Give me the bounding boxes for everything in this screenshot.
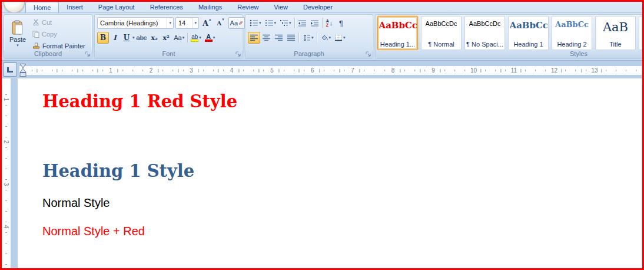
tab-page-layout[interactable]: Page Layout bbox=[91, 2, 142, 12]
ribbon-tabs: HomeInsertPage LayoutReferencesMailingsR… bbox=[25, 2, 340, 12]
change-case-button[interactable]: Aa▾ bbox=[172, 32, 186, 44]
subscript-button[interactable]: x₂ bbox=[148, 32, 160, 44]
shrink-arrow-icon: ▾ bbox=[222, 18, 224, 21]
style-name: ¶ Normal bbox=[428, 41, 454, 48]
text-highlight-color-button[interactable]: ab ▾ bbox=[189, 32, 203, 44]
align-right-icon bbox=[274, 34, 283, 41]
tab-insert[interactable]: Insert bbox=[59, 2, 91, 12]
font-dialog-launcher-icon[interactable] bbox=[235, 51, 241, 57]
bullets-button[interactable]: ▾ bbox=[248, 17, 263, 29]
cut-button[interactable]: Cut bbox=[32, 17, 52, 28]
style-item-4[interactable]: AaBbCcHeading 2 bbox=[552, 16, 592, 50]
align-center-button[interactable] bbox=[260, 32, 273, 44]
justify-button[interactable] bbox=[285, 32, 297, 44]
strikethrough-button[interactable]: abc bbox=[135, 32, 149, 44]
clear-formatting-button[interactable]: Aa bbox=[228, 17, 245, 29]
align-left-button[interactable] bbox=[248, 32, 260, 44]
numbering-button[interactable]: ▾ bbox=[263, 17, 278, 29]
font-size-combobox[interactable]: 14 ▾ bbox=[175, 17, 199, 29]
h-ruler-number: 2 bbox=[148, 67, 155, 74]
chevron-down-icon: ▾ bbox=[182, 36, 185, 39]
document-line-normal-red: Normal Style + Red bbox=[42, 225, 145, 238]
copy-button[interactable]: Copy bbox=[32, 28, 57, 39]
document-page[interactable]: Heading 1 Red StyleHeading 1 StyleNormal… bbox=[18, 78, 642, 268]
word-window: HomeInsertPage LayoutReferencesMailingsR… bbox=[0, 0, 644, 270]
style-name: Title bbox=[609, 41, 621, 48]
style-item-6[interactable]: AaS bbox=[639, 16, 642, 50]
paste-label: Paste bbox=[9, 36, 26, 43]
style-item-2[interactable]: AaBbCcDc¶ No Spaci... bbox=[464, 16, 505, 50]
bullet-list-icon bbox=[250, 19, 258, 27]
document-line-heading1-red: Heading 1 Red Style bbox=[42, 91, 237, 111]
paste-clipboard-icon bbox=[11, 20, 24, 35]
chevron-down-icon[interactable]: ▾ bbox=[132, 36, 135, 39]
underline-button[interactable]: U bbox=[121, 32, 132, 44]
ribbon-tab-bar: HomeInsertPage LayoutReferencesMailingsR… bbox=[2, 2, 642, 12]
sort-button[interactable]: AZ ↓ bbox=[324, 17, 336, 29]
tab-developer[interactable]: Developer bbox=[296, 2, 340, 12]
style-preview: AaBbCcDc bbox=[426, 20, 457, 27]
v-ruler-number: 4 bbox=[3, 223, 9, 231]
chevron-down-icon: ▾ bbox=[213, 36, 215, 39]
clipboard-group-label: Clipboard bbox=[4, 50, 92, 58]
show-hide-pilcrow-button[interactable]: ¶ bbox=[336, 17, 347, 29]
borders-button[interactable]: ▾ bbox=[333, 32, 347, 44]
chevron-down-icon: ▾ bbox=[343, 36, 346, 39]
border-grid-icon bbox=[334, 34, 343, 41]
paragraph-dialog-launcher-icon[interactable] bbox=[366, 51, 371, 57]
style-preview: AaBbCc bbox=[555, 20, 589, 29]
copy-label: Copy bbox=[42, 31, 57, 38]
eraser-icon bbox=[238, 21, 243, 25]
clipboard-dialog-launcher-icon[interactable] bbox=[85, 51, 91, 57]
grow-font-button[interactable]: A▴ bbox=[201, 17, 213, 29]
shading-button[interactable]: ▾ bbox=[318, 32, 333, 44]
bold-button[interactable]: B bbox=[97, 32, 109, 44]
style-name: Heading 2 bbox=[557, 41, 586, 48]
tab-mailings[interactable]: Mailings bbox=[191, 2, 230, 12]
h-ruler-number: 3 bbox=[188, 67, 195, 74]
clipboard-group: Paste ▾ Cut Copy Format Painter Clipboar… bbox=[4, 14, 92, 59]
h-ruler-number: 8 bbox=[390, 67, 397, 74]
indent-markers[interactable] bbox=[19, 64, 26, 78]
decrease-indent-icon bbox=[298, 19, 307, 27]
style-name: Heading 1... bbox=[380, 41, 415, 48]
font-name-combobox[interactable]: Cambria (Headings) ▾ bbox=[97, 17, 174, 29]
chevron-down-icon: ▾ bbox=[192, 18, 198, 28]
font-group-label: Font bbox=[95, 50, 243, 58]
shrink-font-button[interactable]: A▾ bbox=[215, 17, 227, 29]
style-item-3[interactable]: AaBbCcHeading 1 bbox=[508, 16, 549, 50]
office-button[interactable] bbox=[4, 2, 25, 13]
format-painter-label: Format Painter bbox=[42, 42, 85, 50]
style-item-0[interactable]: AaBbCcHeading 1... bbox=[377, 16, 418, 50]
tab-references[interactable]: References bbox=[142, 2, 191, 12]
italic-button[interactable]: I bbox=[109, 32, 121, 44]
align-right-button[interactable] bbox=[273, 32, 285, 44]
styles-group: AaBbCcHeading 1...AaBbCcDc¶ NormalAaBbCc… bbox=[375, 14, 642, 59]
style-item-5[interactable]: AaBTitle bbox=[595, 16, 636, 50]
document-line-heading1: Heading 1 Style bbox=[42, 161, 194, 181]
font-size-value: 14 bbox=[178, 19, 185, 27]
paragraph-group-label: Paragraph bbox=[245, 50, 373, 58]
tab-selector-button[interactable] bbox=[3, 62, 17, 77]
style-preview: AaBbCc bbox=[379, 20, 417, 31]
h-ruler-number: 10 bbox=[469, 67, 479, 74]
chevron-down-icon: ▾ bbox=[274, 21, 277, 25]
horizontal-ruler-track: 12345678910111213 bbox=[19, 66, 642, 75]
h-ruler-number: 7 bbox=[349, 67, 356, 74]
chevron-down-icon: ▾ bbox=[311, 36, 314, 39]
copy-icon bbox=[32, 31, 39, 38]
increase-indent-button[interactable] bbox=[308, 17, 321, 29]
chevron-down-icon: ▾ bbox=[329, 36, 331, 39]
chevron-down-icon: ▾ bbox=[16, 44, 19, 47]
paste-button[interactable]: Paste ▾ bbox=[6, 17, 29, 51]
style-preview: AaBbCcDc bbox=[469, 20, 501, 27]
decrease-indent-button[interactable] bbox=[296, 17, 308, 29]
line-spacing-button[interactable]: ▾ bbox=[300, 32, 316, 44]
superscript-button[interactable]: x² bbox=[160, 32, 172, 44]
multilevel-list-button[interactable]: ▾ bbox=[278, 17, 293, 29]
font-color-button[interactable]: A ▾ bbox=[203, 32, 217, 44]
tab-review[interactable]: Review bbox=[230, 2, 266, 12]
tab-view[interactable]: View bbox=[266, 2, 296, 12]
tab-home[interactable]: Home bbox=[25, 2, 59, 12]
style-item-1[interactable]: AaBbCcDc¶ Normal bbox=[421, 16, 462, 50]
